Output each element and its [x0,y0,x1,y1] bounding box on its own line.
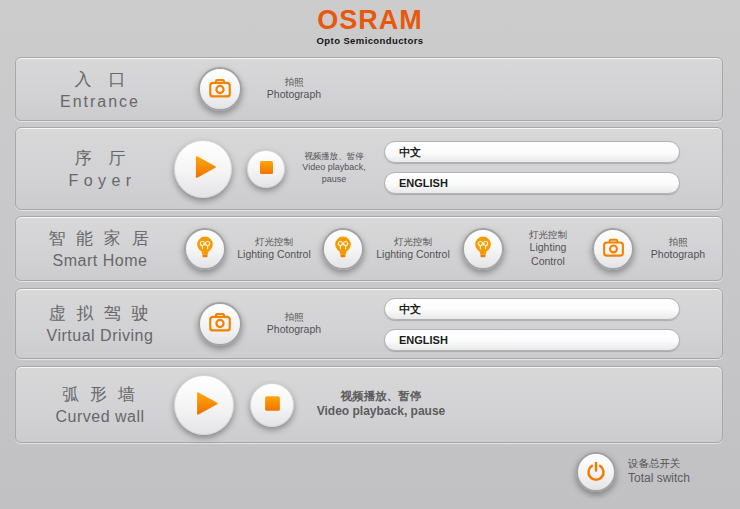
foyer-play-button[interactable] [174,140,232,198]
photo-label-en: Photograph [642,248,714,262]
foyer-language-button-chinese[interactable]: 中文 [384,141,680,163]
smart-home-photo-button[interactable] [592,228,634,270]
lighting-control-label-1: 灯光控制 Lighting Control [234,236,314,262]
smart-home-photo-label: 拍照 Photograph [642,236,714,262]
lighting-control-button-2[interactable] [322,228,364,270]
lighting-label-en: Lighting Control [512,241,584,268]
play-icon [187,153,219,184]
header: OSRAM Opto Semiconductors [0,6,740,46]
lighting-label-zh: 灯光控制 [372,236,454,248]
video-label-zh: 视频播放、暂停 [292,151,376,162]
video-label-en: Video playback, pause [316,404,446,420]
power-icon [585,460,607,485]
camera-icon [601,235,626,263]
panel-curved-wall: 弧 形 墙 Curved wall [15,366,723,443]
total-switch-label-en: Total switch [628,471,690,487]
foyer-stop-button[interactable] [247,150,285,188]
foyer-title-en: F o y e r [16,172,184,190]
total-switch-label-zh: 设备总开关 [628,457,690,471]
osram-logo: OSRAM [0,6,740,34]
foyer-language-buttons: 中文 ENGLISH [384,141,680,194]
panel-entrance: 入 口 Entrance 拍照 Photograph [15,57,723,121]
smart-home-title: 智 能 家 居 Smart Home [16,227,184,270]
total-switch-label: 设备总开关 Total switch [628,457,690,486]
virtual-driving-language-buttons: 中文 ENGLISH [384,298,680,351]
lighting-label-zh: 灯光控制 [234,236,314,248]
photo-label-zh: 拍照 [254,76,334,88]
foyer-video-label: 视频播放、暂停 Video playback, pause [292,151,376,185]
stop-icon [259,160,274,178]
entrance-title-en: Entrance [16,93,184,111]
virtual-driving-title-en: Virtual Driving [16,327,184,345]
lighting-label-zh: 灯光控制 [512,229,584,241]
photo-label-zh: 拍照 [642,236,714,248]
lighting-control-button-3[interactable] [462,228,504,270]
curved-wall-play-button[interactable] [174,375,234,435]
camera-icon [207,309,233,338]
entrance-photo-button[interactable] [198,67,242,111]
stop-icon [264,395,281,415]
panel-virtual-driving: 虚 拟 驾 驶 Virtual Driving 拍照 Photograph 中文… [15,288,723,359]
lighting-label-en: Lighting Control [372,248,454,262]
entrance-title-zh: 入 口 [16,68,184,91]
photo-label-en: Photograph [254,323,334,337]
panel-foyer: 序 厅 F o y e r [15,127,723,210]
virtual-driving-photo-label: 拍照 Photograph [254,311,334,337]
total-switch-button[interactable] [576,452,616,492]
lighting-control-label-3: 灯光控制 Lighting Control [512,229,584,269]
virtual-driving-language-button-english[interactable]: ENGLISH [384,329,680,351]
photo-label-en: Photograph [254,88,334,102]
panel-smart-home: 智 能 家 居 Smart Home 灯光控制 Lighting Control [15,216,723,281]
lighting-control-button-1[interactable] [184,228,226,270]
video-label-zh: 视频播放、暂停 [316,389,446,404]
curved-wall-video-label: 视频播放、暂停 Video playback, pause [316,389,446,420]
curved-wall-title-zh: 弧 形 墙 [16,383,184,406]
lightbulb-icon [330,234,356,263]
foyer-title-zh: 序 厅 [16,147,184,170]
curved-wall-stop-button[interactable] [250,383,294,427]
photo-label-zh: 拍照 [254,311,334,323]
lightbulb-icon [470,234,496,263]
virtual-driving-title: 虚 拟 驾 驶 Virtual Driving [16,302,184,345]
lightbulb-icon [192,234,218,263]
virtual-driving-language-button-chinese[interactable]: 中文 [384,298,680,320]
entrance-photo-label: 拍照 Photograph [254,76,334,102]
camera-icon [207,75,233,104]
video-label-en: Video playback, pause [292,162,376,185]
curved-wall-title: 弧 形 墙 Curved wall [16,383,184,426]
smart-home-title-zh: 智 能 家 居 [16,227,184,250]
footer-total-switch: 设备总开关 Total switch [576,452,690,492]
entrance-title: 入 口 Entrance [16,68,184,111]
lighting-control-label-2: 灯光控制 Lighting Control [372,236,454,262]
osram-logo-subtitle: Opto Semiconductors [0,35,740,46]
play-icon [188,389,221,421]
foyer-title: 序 厅 F o y e r [16,147,184,190]
virtual-driving-photo-button[interactable] [198,302,242,346]
smart-home-title-en: Smart Home [16,252,184,270]
control-panel: OSRAM Opto Semiconductors 入 口 Entrance 拍… [0,0,740,509]
foyer-language-button-english[interactable]: ENGLISH [384,172,680,194]
lighting-label-en: Lighting Control [234,248,314,262]
virtual-driving-title-zh: 虚 拟 驾 驶 [16,302,184,325]
curved-wall-title-en: Curved wall [16,408,184,426]
